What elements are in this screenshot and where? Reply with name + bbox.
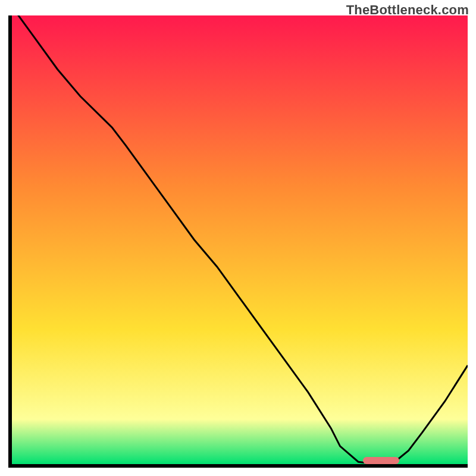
gradient-background: [12, 15, 468, 464]
chart-container: TheBottleneck.com: [0, 0, 476, 476]
plot-frame: [8, 15, 468, 468]
plot-area: [12, 15, 468, 464]
chart-svg: [12, 15, 468, 464]
optimal-marker: [363, 457, 399, 464]
